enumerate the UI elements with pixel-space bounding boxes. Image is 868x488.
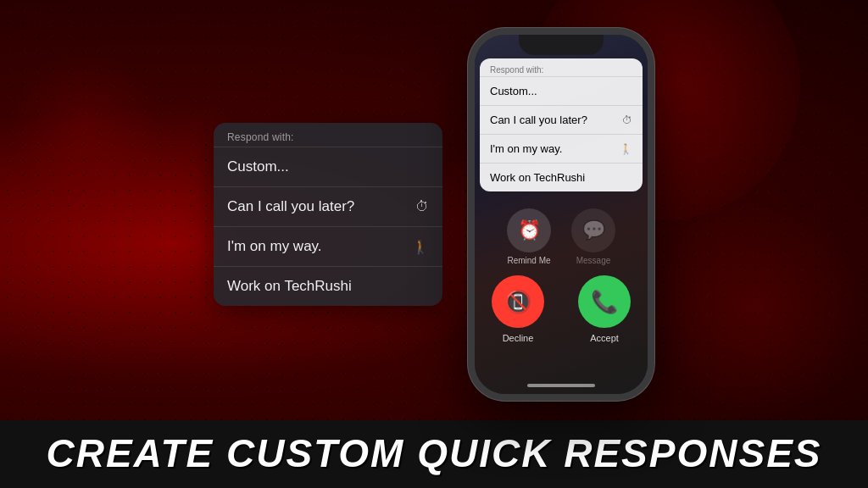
decline-icon: 📵 (492, 275, 544, 328)
phone-popup-header: Respond with: (480, 58, 643, 76)
left-popup-item-on-my-way-text: I'm on my way. (227, 238, 322, 255)
left-popup-item-custom[interactable]: Custom... (214, 147, 442, 186)
page-title: CREATE CUSTOM QUICK RESPONSES (46, 430, 821, 476)
phone-mockup: Respond with: Custom... Can I call you l… (468, 28, 654, 401)
decline-button[interactable]: 📵 Decline (492, 275, 544, 343)
message-button[interactable]: 💬 Message (571, 208, 615, 265)
phone-clock-icon: ⏱ (622, 114, 632, 126)
accept-button[interactable]: 📞 Accept (578, 275, 631, 343)
bottom-title-bar: CREATE CUSTOM QUICK RESPONSES (0, 420, 868, 488)
phone-popup-call-later-text: Can I call you later? (490, 114, 587, 126)
left-popup-item-techrushi[interactable]: Work on TechRushi (214, 266, 442, 306)
left-popup-item-call-later[interactable]: Can I call you later? ⏱ (214, 186, 442, 226)
phone-walk-icon: 🚶 (620, 143, 632, 155)
accept-icon: 📞 (578, 275, 631, 328)
accept-label: Accept (590, 333, 619, 343)
phone-popup-techrushi-text: Work on TechRushi (490, 171, 585, 184)
phone-popup-custom-text: Custom... (490, 85, 537, 97)
left-popup-item-on-my-way[interactable]: I'm on my way. 🚶 (214, 226, 442, 266)
decline-label: Decline (503, 333, 534, 343)
message-icon: 💬 (571, 208, 615, 252)
phone-body: Respond with: Custom... Can I call you l… (468, 28, 654, 401)
phone-actions-area: ⏰ Remind Me 💬 Message 📵 Decline (475, 208, 648, 343)
clock-icon: ⏱ (415, 199, 429, 214)
phone-popup-item-call-later[interactable]: Can I call you later? ⏱ (480, 105, 643, 134)
phone-respond-popup: Respond with: Custom... Can I call you l… (480, 58, 643, 191)
phone-popup-on-my-way-text: I'm on my way. (490, 142, 562, 155)
phone-popup-item-on-my-way[interactable]: I'm on my way. 🚶 (480, 134, 643, 163)
phone-secondary-actions: ⏰ Remind Me 💬 Message (507, 208, 615, 265)
remind-me-button[interactable]: ⏰ Remind Me (507, 208, 551, 265)
left-popup-item-custom-text: Custom... (227, 158, 289, 175)
walk-icon: 🚶 (412, 239, 429, 255)
message-label: Message (576, 256, 611, 265)
phone-main-buttons: 📵 Decline 📞 Accept (492, 275, 631, 343)
left-popup-item-call-later-text: Can I call you later? (227, 198, 354, 215)
left-popup-item-techrushi-text: Work on TechRushi (227, 278, 352, 295)
left-popup-header: Respond with: (214, 123, 442, 147)
phone-popup-item-techrushi[interactable]: Work on TechRushi (480, 163, 643, 191)
remind-me-label: Remind Me (507, 256, 550, 265)
phone-notch (519, 35, 604, 55)
phone-popup-item-custom[interactable]: Custom... (480, 76, 643, 105)
left-respond-popup: Respond with: Custom... Can I call you l… (214, 123, 442, 306)
remind-me-icon: ⏰ (507, 208, 551, 252)
home-indicator (527, 384, 595, 387)
